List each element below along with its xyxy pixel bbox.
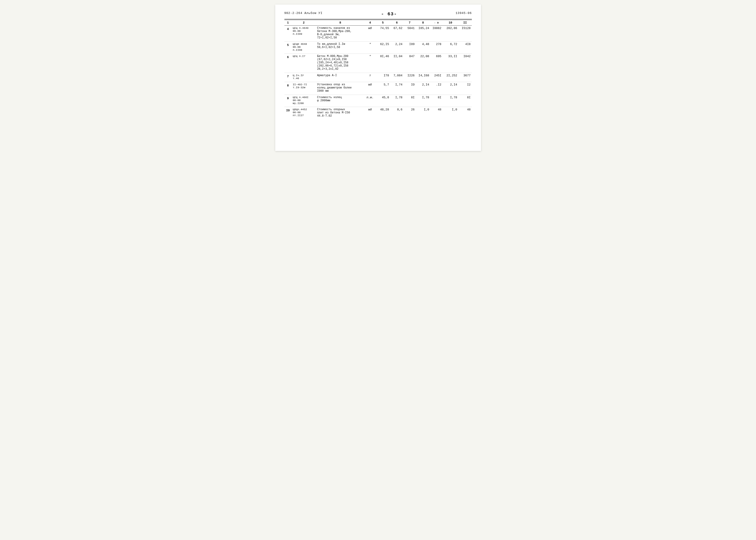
cell-row4-col7: 2,I4 <box>416 82 431 93</box>
cell-row0-col2: Стоимость каналов из бетона М-300,Мра-20… <box>316 26 365 40</box>
header-left: 902-2-264 Альбом УI <box>284 11 322 15</box>
cell-row4-col10: I2 <box>458 82 472 93</box>
cell-row1-col0: 5 <box>284 42 292 52</box>
cell-row6-col8: 48 <box>430 107 442 118</box>
col-header-1: 1 <box>284 20 292 26</box>
cell-row3-col3: т <box>365 73 376 81</box>
cell-row1-col9: 6,72 <box>442 42 458 52</box>
cell-row2-col9: 33,II <box>442 54 458 71</box>
cell-row5-col2: Стоимость колец φ 2000мм <box>316 95 365 106</box>
col-header-11: II <box>458 20 472 26</box>
cell-row2-col4: 8I,46 <box>376 54 390 71</box>
cell-row6-col7: I,0 <box>416 107 431 118</box>
cell-row4-col4: 5,7 <box>376 82 390 93</box>
cell-row3-col0: 7 <box>284 73 292 81</box>
cell-row1-col8: 278 <box>430 42 442 52</box>
col-header-2: 2 <box>292 20 316 26</box>
cell-row0-col7: I85,24 <box>416 26 431 40</box>
cell-row2-col6: 847 <box>404 54 416 71</box>
cell-row3-col9: 2I,252 <box>442 73 458 81</box>
cell-row6-col6: 26 <box>404 107 416 118</box>
cell-row2-col1: ЦСЦ п.I7 <box>292 54 316 71</box>
cell-row4-col0: 8 <box>284 82 292 93</box>
col-header-6: 6 <box>390 20 404 26</box>
cell-row6-col1: ЦОЦп.4452 06-08 пт.II27 <box>292 107 316 118</box>
cell-row2-col5: II,04 <box>390 54 404 71</box>
cell-row0-col4: 74,55 <box>376 26 390 40</box>
cell-row5-col1: ЦСЦ п.466I 06-08 му.I208 <box>292 95 316 106</box>
cell-row4-col3: м8 <box>365 82 376 93</box>
cell-row4-col8: .I2 <box>430 82 442 93</box>
cell-row6-col0: IO <box>284 107 292 118</box>
table-row: 8II-492-7I т.I9-32мУстановка опор из кол… <box>284 82 472 93</box>
cell-row6-col2: Стоимость опорных плит из бетона М-I50 4… <box>316 107 365 118</box>
cell-row1-col7: 4,48 <box>416 42 431 52</box>
cell-row3-col4: I78 <box>376 73 390 81</box>
table-row: 6ЦСЦ п.I7Бетон М-800,Мра-200 (67,62+2,24… <box>284 54 472 71</box>
col-header-5: 5 <box>376 20 390 26</box>
table-row: 5ЦСЦН 4648 06-08 п.II98То же,длиной I.Iм… <box>284 42 472 52</box>
cell-row3-col10: 3677 <box>458 73 472 81</box>
cell-row6-col10: 48 <box>458 107 472 118</box>
page-header: 902-2-264 Альбом УI - 63- 13945-06 <box>284 11 472 17</box>
cell-row5-col7: I,78 <box>416 95 431 106</box>
page: 902-2-264 Альбом УI - 63- 13945-06 1 2 8… <box>275 5 481 151</box>
cell-row4-col9: 2,I4 <box>442 82 458 93</box>
main-table: 1 2 8 4 5 6 7 8 · 9 10 II 4ЦСЦ п.4649 06… <box>284 20 472 120</box>
cell-row2-col0: 6 <box>284 54 292 71</box>
cell-row5-col10: 8I <box>458 95 472 106</box>
cell-row5-col3: п.м. <box>365 95 376 106</box>
cell-row5-col4: 45,8 <box>376 95 390 106</box>
cell-row6-col5: 0,6 <box>390 107 404 118</box>
table-container: 1 2 8 4 5 6 7 8 · 9 10 II 4ЦСЦ п.4649 06… <box>284 20 472 120</box>
cell-row3-col6: I226 <box>404 73 416 81</box>
cell-row1-col6: I89 <box>404 42 416 52</box>
cell-row5-col0: 9 <box>284 95 292 106</box>
cell-row5-col6: 8I <box>404 95 416 106</box>
col-header-7: 7 <box>404 20 416 26</box>
cell-row2-col7: 22,08 <box>416 54 431 71</box>
cell-row3-col5: 7,084 <box>390 73 404 81</box>
header-right: 13945-06 <box>455 11 472 15</box>
cell-row3-col7: I4,I68 <box>416 73 431 81</box>
cell-row5-col8: 8I <box>430 95 442 106</box>
cell-row0-col10: I5128 <box>458 26 472 40</box>
table-row: 4ЦСЦ п.4649 06-08 п.II99Стоимость канало… <box>284 26 472 40</box>
cell-row1-col10: 4I8 <box>458 42 472 52</box>
header-center: - 63- <box>381 11 397 17</box>
cell-row5-col5: I,78 <box>390 95 404 106</box>
cell-row3-col8: 245I <box>430 73 442 81</box>
col-header-4: 4 <box>365 20 376 26</box>
cell-row2-col3: " <box>365 54 376 71</box>
column-header-row: 1 2 8 4 5 6 7 8 · 9 10 II <box>284 20 472 26</box>
cell-row3-col2: Арматура А-I <box>316 73 365 81</box>
cell-row0-col3: м8 <box>365 26 376 40</box>
cell-row3-col1: Ц.Iч.IУ т.46 <box>292 73 316 81</box>
cell-row1-col3: " <box>365 42 376 52</box>
table-row: 9ЦСЦ п.466I 06-08 му.I208Стоимость колец… <box>284 95 472 106</box>
cell-row1-col2: То же,длиной I.Iм 59,6+I,02+I,58 <box>316 42 365 52</box>
cell-row1-col5: 2,24 <box>390 42 404 52</box>
row-spacer <box>284 118 472 120</box>
cell-row4-col5: I,74 <box>390 82 404 93</box>
cell-row6-col9: I,0 <box>442 107 458 118</box>
cell-row6-col4: 48,28 <box>376 107 390 118</box>
divider-top <box>284 19 472 19</box>
col-header-3: 8 <box>316 20 365 26</box>
cell-row1-col1: ЦСЦН 4648 06-08 п.II98 <box>292 42 316 52</box>
cell-row0-col1: ЦСЦ п.4649 06-08 п.II99 <box>292 26 316 40</box>
cell-row0-col6: 5041 <box>404 26 416 40</box>
cell-row2-col8: 695 <box>430 54 442 71</box>
table-row: IOЦОЦп.4452 06-08 пт.II27Стоимость опорн… <box>284 107 472 118</box>
cell-row2-col2: Бетон М-800,Мра-200 (67,62+2,24)х0,I58 (… <box>316 54 365 71</box>
table-row: 7Ц.Iч.IУ т.46Арматура А-IтI787,084I226I4… <box>284 73 472 81</box>
cell-row0-col8: I0082 <box>430 26 442 40</box>
cell-row5-col9: I,78 <box>442 95 458 106</box>
cell-row1-col4: 62,I5 <box>376 42 390 52</box>
cell-row0-col0: 4 <box>284 26 292 40</box>
cell-row2-col10: I042 <box>458 54 472 71</box>
cell-row4-col1: II-492-7I т.I9-32м <box>292 82 316 93</box>
cell-row4-col6: IO <box>404 82 416 93</box>
col-header-8: 8 <box>416 20 431 26</box>
col-header-9: · 9 <box>430 20 442 26</box>
